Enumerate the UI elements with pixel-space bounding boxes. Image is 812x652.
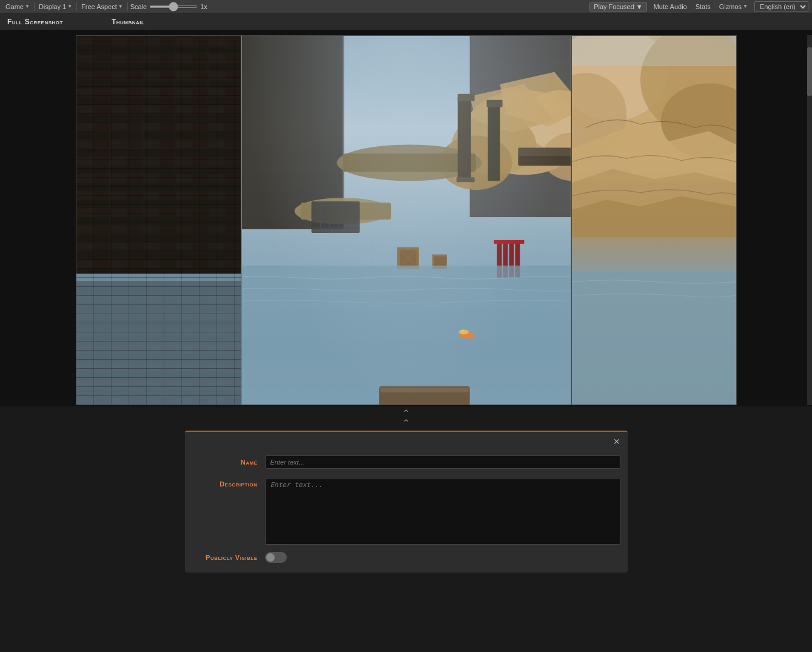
collapse-arrows[interactable]: ⌃ ⌃ bbox=[0, 406, 812, 431]
gizmos-menu[interactable]: Gizmos ▼ bbox=[717, 2, 750, 11]
toggle-knob bbox=[266, 553, 275, 562]
scene-panel-middle bbox=[241, 35, 571, 405]
description-row: Description bbox=[185, 473, 628, 547]
thumbnail-label: Thumbnail bbox=[112, 18, 145, 26]
play-focused-label: Play Focused bbox=[594, 3, 634, 10]
display-menu[interactable]: Display 1 ▼ bbox=[37, 2, 74, 11]
language-select[interactable]: English (en) bbox=[754, 1, 808, 12]
svg-point-57 bbox=[458, 329, 468, 334]
collapse-arrow-top: ⌃ bbox=[402, 409, 410, 418]
game-label: Game bbox=[5, 3, 24, 10]
scale-slider-input[interactable] bbox=[149, 5, 198, 8]
scene-panel-left bbox=[76, 35, 241, 405]
overlay-title-bar: ✕ bbox=[185, 432, 628, 451]
viewport-container bbox=[76, 35, 737, 405]
name-label: Name bbox=[192, 459, 265, 466]
scale-value: 1x bbox=[200, 3, 207, 10]
aspect-chevron: ▼ bbox=[118, 4, 123, 9]
mute-audio-button[interactable]: Mute Audio bbox=[652, 2, 689, 11]
game-menu[interactable]: Game ▼ bbox=[4, 2, 32, 11]
svg-rect-26 bbox=[488, 103, 500, 181]
svg-rect-68 bbox=[380, 388, 469, 392]
play-focused-button[interactable]: Play Focused ▼ bbox=[589, 2, 647, 12]
publicly-visible-label: Publicly Visible bbox=[192, 554, 265, 561]
svg-rect-55 bbox=[242, 266, 571, 405]
mute-audio-label: Mute Audio bbox=[654, 3, 687, 10]
name-row: Name bbox=[185, 451, 628, 473]
description-label: Description bbox=[192, 478, 265, 488]
svg-rect-78 bbox=[572, 272, 736, 405]
toolbar-left: Game ▼ Display 1 ▼ Free Aspect ▼ Scale 1… bbox=[4, 2, 586, 11]
viewport-scrollbar-thumb bbox=[807, 47, 812, 96]
full-screenshot-label: Full Screenshot bbox=[7, 18, 63, 26]
name-input[interactable] bbox=[265, 455, 620, 469]
collapse-arrow-bottom: ⌃ bbox=[402, 418, 410, 428]
display-chevron: ▼ bbox=[67, 4, 72, 9]
middle-scene-svg bbox=[242, 36, 571, 405]
publicly-visible-toggle[interactable] bbox=[265, 552, 287, 563]
gizmos-chevron: ▼ bbox=[743, 4, 748, 9]
aspect-menu[interactable]: Free Aspect ▼ bbox=[79, 2, 125, 11]
toolbar-right: Play Focused ▼ Mute Audio Stats Gizmos ▼… bbox=[589, 1, 808, 12]
scale-control: Scale 1x bbox=[130, 3, 207, 10]
svg-point-58 bbox=[461, 329, 463, 332]
sep1 bbox=[34, 2, 35, 11]
svg-rect-20 bbox=[343, 153, 475, 172]
sep2 bbox=[76, 2, 77, 11]
play-focused-chevron: ▼ bbox=[636, 3, 643, 10]
svg-rect-23 bbox=[457, 96, 471, 181]
stats-label: Stats bbox=[696, 3, 711, 10]
viewport-scrollbar[interactable] bbox=[807, 35, 812, 405]
svg-rect-27 bbox=[486, 100, 502, 107]
publicly-visible-row: Publicly Visible bbox=[185, 547, 628, 573]
viewport-area bbox=[0, 30, 812, 406]
svg-rect-48 bbox=[432, 255, 446, 257]
screenshot-header: Full Screenshot Thumbnail bbox=[0, 13, 812, 30]
scene-bg-right bbox=[572, 36, 736, 405]
brick-overlay-left bbox=[76, 36, 241, 405]
scale-label: Scale bbox=[130, 3, 147, 10]
svg-rect-54 bbox=[494, 240, 524, 244]
gizmos-label: Gizmos bbox=[719, 3, 742, 10]
scene-bg-left bbox=[76, 36, 241, 405]
game-chevron: ▼ bbox=[25, 4, 30, 9]
right-scene-svg bbox=[572, 36, 736, 405]
scene-bg-middle bbox=[242, 36, 571, 405]
close-button[interactable]: ✕ bbox=[611, 435, 623, 448]
aspect-label: Free Aspect bbox=[81, 3, 117, 10]
svg-rect-25 bbox=[456, 177, 474, 182]
overlay-panel: ✕ Name Description Publicly Visible bbox=[185, 431, 628, 573]
display-label: Display 1 bbox=[39, 3, 66, 10]
svg-rect-24 bbox=[457, 94, 474, 101]
svg-rect-79 bbox=[572, 36, 736, 66]
svg-rect-41 bbox=[397, 247, 419, 250]
toolbar: Game ▼ Display 1 ▼ Free Aspect ▼ Scale 1… bbox=[0, 0, 812, 13]
scene-panel-right bbox=[571, 35, 737, 405]
svg-rect-22 bbox=[518, 147, 571, 156]
description-input[interactable] bbox=[265, 478, 620, 545]
sep3 bbox=[127, 2, 128, 11]
stats-button[interactable]: Stats bbox=[694, 2, 713, 11]
